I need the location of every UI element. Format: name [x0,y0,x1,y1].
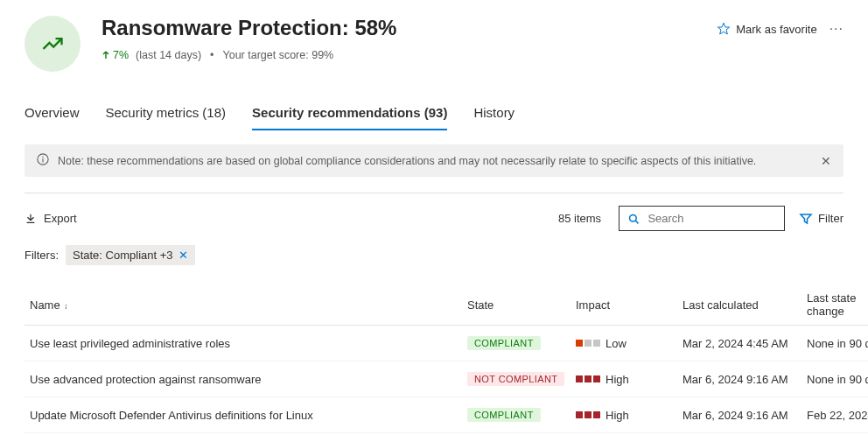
chip-text: State: Compliant +3 [73,249,173,262]
filter-button[interactable]: Filter [799,212,844,226]
info-close-button[interactable]: ✕ [821,154,831,168]
trend-period: (last 14 days) [136,49,201,61]
chip-remove-icon[interactable]: ✕ [178,249,188,262]
row-last-state-change: None in 90 days [802,361,868,397]
export-label: Export [44,212,77,225]
table-row[interactable]: Update Microsoft Defender Antivirus defi… [24,433,868,443]
sort-descending-icon: ↓ [64,301,68,311]
mark-favorite-button[interactable]: Mark as favorite [717,22,816,36]
column-impact[interactable]: Impact [570,284,677,326]
svg-line-5 [636,221,639,223]
row-state: NOT COMPLIANT [462,361,570,397]
star-icon [717,22,731,36]
table-row[interactable]: Update Microsoft Defender Antivirus defi… [24,397,868,433]
tab-security-metrics[interactable]: Security metrics (18) [106,96,227,130]
download-icon [24,213,37,225]
search-box[interactable] [619,206,785,231]
trend-indicator: 7% [102,49,129,61]
recommendations-table: Name↓ State Impact Last calculated Last … [24,284,868,442]
row-state: COMPLIANT [462,397,570,433]
favorite-label: Mark as favorite [736,23,816,36]
trend-value: 7% [113,49,129,61]
info-banner: Note: these recommendations are based on… [24,144,844,177]
tab-security-recommendations[interactable]: Security recommendations (93) [252,96,447,130]
row-state: NOT COMPLIANT [462,433,570,443]
svg-point-2 [42,157,43,158]
filters-label: Filters: [24,249,59,262]
info-icon [37,153,49,168]
column-state[interactable]: State [462,284,570,326]
trend-circle-icon [24,16,80,72]
row-name: Update Microsoft Defender Antivirus defi… [24,397,462,433]
search-input[interactable] [646,211,775,226]
items-count: 85 items [558,212,601,225]
column-name[interactable]: Name↓ [24,284,462,326]
info-text: Note: these recommendations are based on… [58,155,756,167]
search-icon [628,213,639,225]
page-title: Ransomware Protection: 58% [102,16,717,40]
row-last-calculated: Mar 6, 2024 9:16 AM [677,361,802,397]
more-menu-button[interactable]: ··· [830,21,844,37]
row-last-calculated: Mar 2, 2024 4:45 AM [677,326,802,361]
filter-label: Filter [818,212,844,225]
row-name: Update Microsoft Defender Antivirus defi… [24,433,462,443]
column-last-calculated[interactable]: Last calculated [677,284,802,326]
row-impact: Low [570,326,677,361]
tab-history[interactable]: History [473,96,514,130]
filter-chip-state[interactable]: State: Compliant +3 ✕ [66,245,195,265]
svg-point-4 [630,214,637,221]
row-last-calculated: Mar 6, 2024 9:16 AM [677,397,802,433]
row-impact: High [570,397,677,433]
row-state: COMPLIANT [462,326,570,361]
row-impact: High [570,361,677,397]
table-row[interactable]: Use least privileged administrative role… [24,326,868,361]
export-button[interactable]: Export [24,212,77,225]
column-last-state-change[interactable]: Last state change [802,284,868,326]
filter-icon [799,212,813,226]
row-name: Use advanced protection against ransomwa… [24,361,462,397]
row-last-state-change: Feb 22, 2024 [802,397,868,433]
tab-overview[interactable]: Overview [24,96,80,130]
table-row[interactable]: Use advanced protection against ransomwa… [24,361,868,397]
row-name: Use least privileged administrative role… [24,326,462,361]
row-last-state-change: None in 90 days [802,326,868,361]
target-score: Your target score: 99% [223,49,334,61]
svg-marker-0 [718,23,730,34]
svg-rect-3 [42,158,43,162]
row-last-state-change: None in 90 days [802,433,868,443]
row-impact: High [570,433,677,443]
row-last-calculated: Mar 6, 2024 9:16 AM [677,433,802,443]
